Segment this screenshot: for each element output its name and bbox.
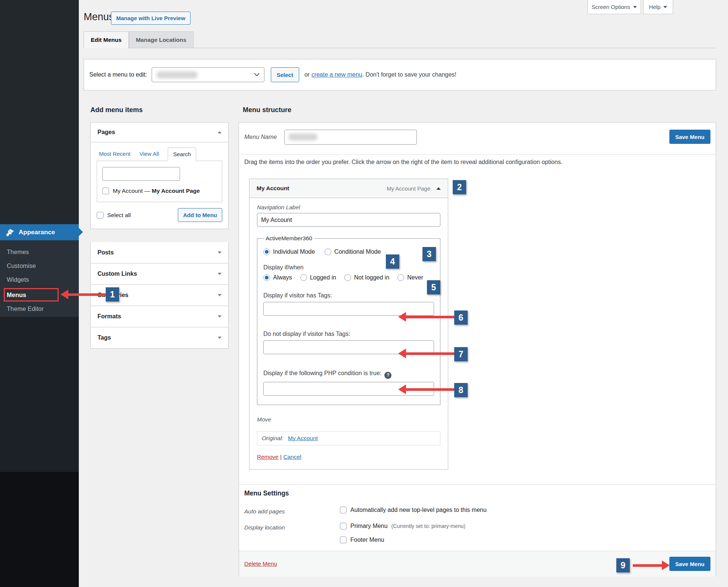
accordion-tags[interactable]: Tags xyxy=(90,327,229,349)
select-menu-label: Select a menu to edit: xyxy=(89,71,147,78)
annotation-arrow-1 xyxy=(61,290,106,299)
select-all-row: Select all xyxy=(97,212,131,219)
pages-tabs: Most Recent View All Search xyxy=(97,148,222,161)
sidebar-item-customise[interactable]: Customise xyxy=(0,260,79,271)
delete-menu-link[interactable]: Delete Menu xyxy=(244,560,277,567)
remove-link[interactable]: Remove xyxy=(257,454,279,460)
page-title: Menus xyxy=(84,11,114,23)
annotation-badge-4: 4 xyxy=(386,254,399,269)
radio-selected-icon[interactable] xyxy=(263,248,270,255)
help-button[interactable]: Help xyxy=(643,0,673,14)
radio-icon[interactable] xyxy=(325,248,331,255)
select-all-label: Select all xyxy=(107,212,131,219)
logged-in-label: Logged in xyxy=(310,274,336,281)
divider xyxy=(239,484,716,485)
conditional-mode-label: Conditional Mode xyxy=(334,248,381,255)
primary-menu-checkbox[interactable] xyxy=(340,523,347,529)
radio-selected-icon[interactable] xyxy=(263,274,270,281)
chevron-down-icon xyxy=(663,6,667,8)
php-condition-label: Display if the following PHP condition i… xyxy=(263,370,434,379)
collapse-icon xyxy=(218,131,222,133)
annotation-badge-1: 1 xyxy=(106,287,119,302)
menu-item-header[interactable]: My Account My Account Page xyxy=(249,179,448,198)
nav-tabs: Edit Menus Manage Locations xyxy=(84,31,716,48)
auto-add-pages-label: Auto add pages xyxy=(244,508,285,515)
annotation-badge-9: 9 xyxy=(616,558,630,572)
auto-add-pages-checkbox[interactable] xyxy=(340,507,347,513)
select-button[interactable]: Select xyxy=(271,67,299,82)
screen-options-button[interactable]: Screen Options xyxy=(588,0,641,14)
tab-edit-menus[interactable]: Edit Menus xyxy=(84,31,129,48)
accordion-posts[interactable]: Posts xyxy=(90,242,229,263)
menu-item-card: My Account My Account Page Navigation La… xyxy=(249,179,448,470)
chevron-down-icon xyxy=(254,73,260,77)
auto-add-pages-row: Automatically add new top-level pages to… xyxy=(340,507,487,513)
save-menu-button-bottom[interactable]: Save Menu xyxy=(669,557,710,571)
manage-live-preview-button[interactable]: Manage with Live Preview xyxy=(111,12,190,25)
footer-menu-checkbox[interactable] xyxy=(340,537,347,543)
annotation-arrow-8 xyxy=(398,384,454,394)
primary-menu-note: (Currently set to: primary-menu) xyxy=(391,523,465,529)
remove-cancel-row: Remove | Cancel xyxy=(257,454,440,460)
help-icon[interactable]: ? xyxy=(384,372,391,379)
expand-icon xyxy=(218,337,222,339)
logged-in-option[interactable]: Logged in xyxy=(300,274,336,281)
annotation-arrow-7 xyxy=(398,349,454,358)
collapse-item-icon[interactable] xyxy=(436,187,441,190)
menu-select-dropdown[interactable] xyxy=(152,67,264,82)
accordion-formats[interactable]: Formats xyxy=(90,306,229,327)
divider xyxy=(239,154,716,155)
never-option[interactable]: Never xyxy=(397,274,423,281)
always-label: Always xyxy=(273,274,292,281)
sidebar-item-themes[interactable]: Themes xyxy=(0,246,79,257)
accordion-custom-links-label: Custom Links xyxy=(97,271,137,277)
primary-menu-text: Primary Menu xyxy=(350,523,388,529)
menu-name-label: Menu Name xyxy=(244,134,277,140)
page-search-input[interactable] xyxy=(102,167,180,181)
display-when-radio-group: Always Logged in Not logged in Neve xyxy=(263,274,434,281)
footer-menu-text: Footer Menu xyxy=(350,537,384,543)
radio-icon[interactable] xyxy=(397,274,404,281)
menu-structure-panel: Menu Name Save Menu Drag the items into … xyxy=(239,122,716,577)
tab-manage-locations[interactable]: Manage Locations xyxy=(129,31,193,48)
menu-name-input[interactable] xyxy=(284,130,417,145)
pages-panel-header[interactable]: Pages xyxy=(91,123,228,142)
radio-icon[interactable] xyxy=(300,274,307,281)
select-all-checkbox[interactable] xyxy=(97,212,103,219)
radio-icon[interactable] xyxy=(344,274,351,281)
create-new-menu-link[interactable]: create a new menu xyxy=(312,71,362,78)
pages-panel: Pages Most Recent View All Search My Acc… xyxy=(90,122,229,229)
display-if-when-label: Display if/when xyxy=(263,264,434,271)
conditional-mode-option[interactable]: Conditional Mode xyxy=(325,248,381,255)
sidebar-appearance-label: Appearance xyxy=(19,229,55,236)
original-page-link[interactable]: My Account xyxy=(288,435,318,442)
php-condition-text: Display if the following PHP condition i… xyxy=(263,370,381,376)
expand-icon xyxy=(218,251,222,254)
page-result-title: My Account — xyxy=(113,188,152,194)
move-label: Move xyxy=(257,416,440,423)
page-result-label: My Account — My Account Page xyxy=(113,188,200,194)
menu-item-settings: Navigation Label ActiveMember360 Individ… xyxy=(249,198,448,470)
individual-mode-option[interactable]: Individual Mode xyxy=(263,248,315,255)
not-logged-in-option[interactable]: Not logged in xyxy=(344,274,389,281)
tab-view-all[interactable]: View All xyxy=(139,151,159,161)
accordion-posts-label: Posts xyxy=(97,249,114,256)
tab-search[interactable]: Search xyxy=(168,148,196,161)
add-to-menu-button[interactable]: Add to Menu xyxy=(178,208,222,222)
sidebar-item-theme-editor[interactable]: Theme Editor xyxy=(0,303,79,314)
navigation-label-input[interactable] xyxy=(257,213,440,227)
page-result-row: My Account — My Account Page xyxy=(102,188,217,194)
save-menu-button-top[interactable]: Save Menu xyxy=(669,130,710,144)
sidebar-bottom-zone xyxy=(0,472,79,587)
menu-settings-heading: Menu Settings xyxy=(244,489,289,497)
my-account-checkbox[interactable] xyxy=(102,188,109,194)
sidebar-item-appearance[interactable]: Appearance xyxy=(0,224,79,240)
or-text: or xyxy=(304,71,312,78)
cancel-link[interactable]: Cancel xyxy=(283,454,301,460)
always-option[interactable]: Always xyxy=(263,274,292,281)
accordion-custom-links[interactable]: Custom Links xyxy=(90,263,229,285)
search-tab-panel: My Account — My Account Page xyxy=(97,161,222,202)
sidebar-item-widgets[interactable]: Widgets xyxy=(0,274,79,285)
screen-options-label: Screen Options xyxy=(592,4,630,10)
tab-most-recent[interactable]: Most Recent xyxy=(99,151,130,161)
